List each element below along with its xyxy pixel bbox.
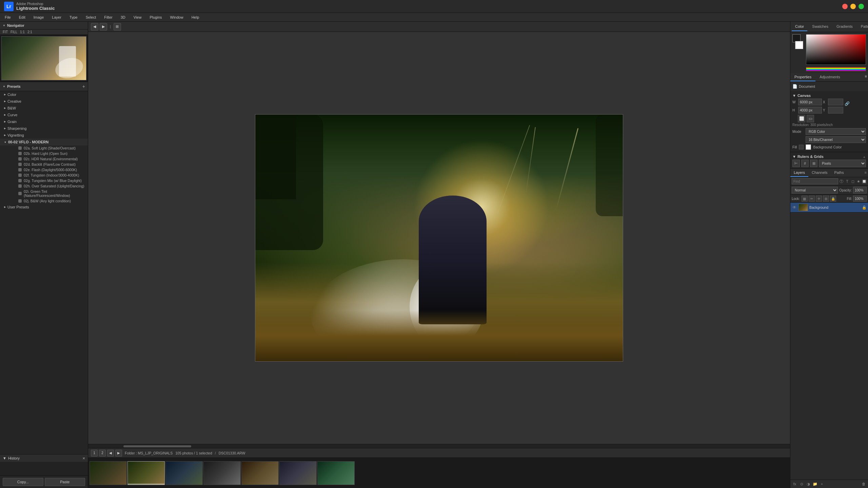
menu-view[interactable]: View: [132, 15, 144, 20]
layer-delete-btn[interactable]: 🗑: [861, 481, 867, 487]
color-gradient-field[interactable]: [806, 34, 866, 65]
lock-artboard[interactable]: ⊞: [823, 196, 829, 202]
color-hue-bar[interactable]: [806, 67, 866, 71]
toolbar-btn-1[interactable]: ◀: [91, 23, 98, 30]
filmstrip-thumb-3[interactable]: [165, 461, 203, 485]
preset-group-color[interactable]: ▶ Color: [0, 91, 88, 98]
menu-type[interactable]: Type: [67, 15, 80, 20]
preset-02a[interactable]: 02a. Soft Light (Shade/Overcast): [7, 145, 88, 151]
menu-select[interactable]: Select: [84, 15, 98, 20]
tab-channels[interactable]: Channels: [808, 169, 831, 177]
navigator-header[interactable]: ▼ Navigator: [0, 22, 88, 29]
props-menu-btn[interactable]: ≡: [864, 73, 868, 81]
menu-help[interactable]: Help: [190, 15, 201, 20]
menu-layer[interactable]: Layer: [50, 15, 63, 20]
doc-header[interactable]: 📄 Document: [792, 83, 866, 90]
layers-search-input[interactable]: [792, 178, 838, 184]
zoom-2-1[interactable]: 2:1: [27, 30, 32, 34]
layer-group-btn[interactable]: 📁: [812, 481, 818, 487]
tab-adjustments[interactable]: Adjustments: [815, 73, 844, 81]
ruler-btn-3[interactable]: ⊞: [810, 160, 817, 167]
layer-new-btn[interactable]: +: [819, 481, 825, 487]
canvas-section-header[interactable]: ▼ Canvas: [792, 93, 866, 99]
paste-button[interactable]: Paste: [45, 478, 85, 486]
layer-pixel-filter[interactable]: 🔲: [862, 178, 867, 184]
tab-swatches[interactable]: Swatches: [809, 22, 832, 31]
history-close[interactable]: ✕: [82, 456, 85, 460]
preset-group-user[interactable]: ▶ User Presets: [0, 204, 88, 210]
fill-checkbox[interactable]: [799, 145, 804, 149]
blend-mode-select[interactable]: Normal: [792, 187, 838, 194]
tab-paths[interactable]: Paths: [831, 169, 847, 177]
filmstrip-thumb-2[interactable]: [127, 461, 165, 485]
vflo-group-header[interactable]: ▼ 00-02 VFLO - MODERN: [0, 139, 88, 145]
filmstrip-thumb-1[interactable]: [90, 461, 127, 485]
presets-header[interactable]: ▼ Presets +: [0, 82, 88, 91]
maximize-button[interactable]: [859, 4, 864, 9]
nav-prev[interactable]: ◀: [107, 450, 114, 456]
layers-menu-btn[interactable]: ≡: [863, 169, 868, 177]
preset-group-sharpening[interactable]: ▶ Sharpening: [0, 125, 88, 132]
canvas-x-input[interactable]: [828, 99, 843, 105]
minimize-button[interactable]: [850, 4, 856, 9]
close-button[interactable]: [842, 4, 848, 9]
bits-select[interactable]: 16 Bits/Channel: [806, 136, 866, 143]
lock-all[interactable]: 🔒: [830, 196, 836, 202]
preset-02h[interactable]: 02h. Over Saturated (Uplight/Dancing): [7, 183, 88, 189]
menu-filter[interactable]: Filter: [102, 15, 114, 20]
layers-fill-input[interactable]: [853, 196, 867, 202]
menu-plugins[interactable]: Plugins: [147, 15, 164, 20]
ruler-btn-2[interactable]: #: [801, 160, 809, 167]
lock-position[interactable]: ✛: [816, 196, 822, 202]
nav-next[interactable]: ▶: [115, 450, 122, 456]
canvas-area[interactable]: [88, 32, 790, 444]
portrait-btn[interactable]: ⬜: [798, 115, 805, 122]
filmstrip-thumb-6[interactable]: [279, 461, 317, 485]
preset-02d[interactable]: 02d. Backlit (Flare/Low Contrast): [7, 162, 88, 167]
rulers-scroll-up[interactable]: ▲: [863, 155, 866, 159]
toolbar-btn-2[interactable]: ▶: [100, 23, 107, 30]
nav-btn-1[interactable]: 1: [91, 450, 98, 456]
copy-button[interactable]: Copy...: [3, 478, 43, 486]
preset-02c[interactable]: 02c. HDR Natural (Environmental): [7, 156, 88, 162]
tab-patterns[interactable]: Patterns: [857, 22, 868, 31]
presets-add-button[interactable]: +: [82, 84, 85, 89]
tab-gradients[interactable]: Gradients: [833, 22, 856, 31]
lock-image[interactable]: ✏: [809, 196, 815, 202]
preset-02b[interactable]: 02b. Hard Light (Open Sun): [7, 151, 88, 156]
landscape-btn[interactable]: ▭: [807, 115, 814, 122]
preset-02g[interactable]: 02g. Tungsten Mix (w/ Blue Daylight): [7, 178, 88, 183]
canvas-scroll-h[interactable]: [88, 444, 790, 448]
canvas-lock-icon[interactable]: 🔗: [845, 99, 850, 106]
preset-group-bw[interactable]: ▶ B&W: [0, 105, 88, 111]
filmstrip-thumb-5[interactable]: [241, 461, 279, 485]
menu-window[interactable]: Window: [168, 15, 185, 20]
layer-adj-btn[interactable]: ◑: [805, 481, 811, 487]
grid-btn[interactable]: ⊞: [114, 23, 121, 30]
tab-layers[interactable]: Layers: [790, 169, 808, 177]
layer-visibility-eye[interactable]: 👁: [792, 205, 797, 210]
layer-item-background[interactable]: 👁 Background 🔒: [790, 203, 868, 212]
lock-transparent[interactable]: ▦: [802, 196, 808, 202]
preset-02e[interactable]: 02e. Flash (Daylight/5000-6000K): [7, 167, 88, 172]
layer-shape-filter[interactable]: ◻: [851, 178, 855, 184]
opacity-input[interactable]: [853, 187, 867, 194]
layer-smart-filter[interactable]: ★: [856, 178, 861, 184]
mode-select[interactable]: RGB Color: [806, 128, 866, 135]
menu-edit[interactable]: Edit: [17, 15, 27, 20]
background-swatch[interactable]: [795, 41, 803, 49]
tab-color[interactable]: Color: [792, 22, 807, 31]
history-header[interactable]: ▼ History ✕: [0, 454, 88, 462]
preset-group-grain[interactable]: ▶ Grain: [0, 118, 88, 125]
preset-group-curve[interactable]: ▶ Curve: [0, 111, 88, 118]
tab-properties[interactable]: Properties: [790, 73, 815, 81]
layer-type-filter[interactable]: Ⓣ: [839, 178, 844, 184]
layer-fx-btn[interactable]: fx: [792, 481, 798, 487]
preset-02i[interactable]: 02i. Green Tint (Nature/Fluorescent/Wind…: [7, 189, 88, 198]
zoom-fill[interactable]: FILL: [11, 30, 17, 34]
preset-group-creative[interactable]: ▶ Creative: [0, 98, 88, 105]
fill-color-swatch[interactable]: [806, 144, 811, 150]
preset-02f[interactable]: 02f. Tungsten (Indoor/3000-4000K): [7, 172, 88, 178]
preset-group-vignetting[interactable]: ▶ Vignetting: [0, 132, 88, 139]
canvas-width-input[interactable]: [798, 99, 822, 105]
